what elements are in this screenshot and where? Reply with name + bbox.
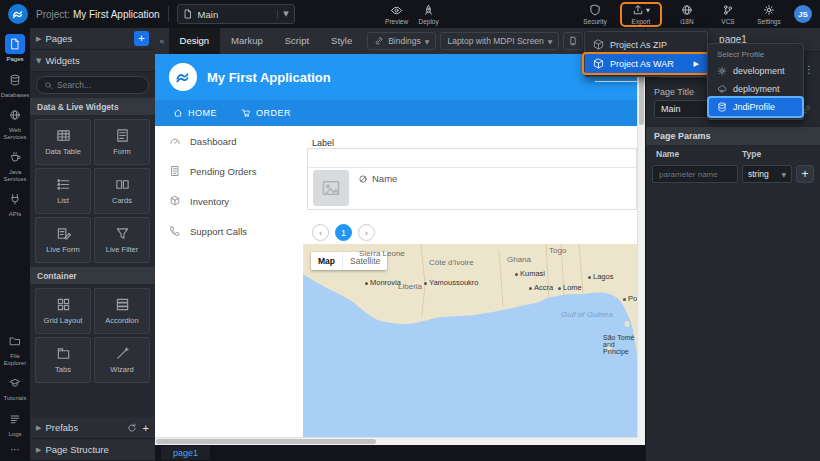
user-avatar[interactable]: JS xyxy=(794,5,812,23)
more-icon[interactable]: ⋯ xyxy=(10,444,20,457)
live-form-icon xyxy=(56,226,71,241)
app-left-menu: Dashboard Pending Orders Inventory Suppo… xyxy=(155,126,303,246)
chevron-icon: ▶ xyxy=(36,424,41,432)
profile-gear-icon xyxy=(717,66,727,76)
pagination: ‹ 1 › xyxy=(312,224,375,241)
param-name-input[interactable] xyxy=(652,165,738,183)
security-button[interactable]: Security xyxy=(579,4,611,25)
pagination-page-1[interactable]: 1 xyxy=(335,224,352,241)
bind-link-icon xyxy=(374,36,384,46)
column-name: Name xyxy=(656,149,742,159)
widget-tile-live-filter[interactable]: Live Filter xyxy=(94,217,150,263)
widget-tile-wizard[interactable]: Wizard xyxy=(94,337,150,383)
rail-item-databases[interactable]: Databases xyxy=(1,70,30,99)
add-page-button[interactable]: + xyxy=(134,31,149,46)
menu-item-inventory[interactable]: Inventory xyxy=(155,186,303,216)
widget-tile-tabs[interactable]: Tabs xyxy=(35,337,91,383)
pages-section-header[interactable]: ▶ Pages + xyxy=(30,28,155,50)
picture-placeholder xyxy=(313,170,349,206)
canvas-vertical-scrollbar[interactable] xyxy=(637,54,645,437)
scrollbar-thumb[interactable] xyxy=(156,439,376,444)
map-label-liberia: Liberia xyxy=(398,282,422,291)
wavemaker-logo-icon[interactable] xyxy=(8,4,28,24)
device-preview-dropdown[interactable]: Laptop with MDPI Screen ▼ xyxy=(440,32,559,50)
canvas-horizontal-scrollbar[interactable] xyxy=(155,437,637,445)
list-widget-panel[interactable]: Name xyxy=(307,148,637,210)
tab-style[interactable]: Style xyxy=(320,28,363,54)
menu-item-project-as-war[interactable]: Project As WAR ▶ xyxy=(585,54,707,73)
deploy-button[interactable]: Deploy xyxy=(413,4,445,25)
menu-item-pending-orders[interactable]: Pending Orders xyxy=(155,156,303,186)
rail-item-java-services[interactable]: Java Services xyxy=(1,147,30,182)
phone-icon xyxy=(568,36,578,46)
tab-script[interactable]: Script xyxy=(274,28,320,54)
page-params-section-header[interactable]: Page Params xyxy=(646,127,820,145)
package-icon xyxy=(593,58,604,69)
package-icon xyxy=(593,39,604,50)
add-prefab-button[interactable]: + xyxy=(143,422,149,434)
preview-button[interactable]: Preview xyxy=(381,4,413,25)
rail-item-apis[interactable]: APIs xyxy=(1,189,30,218)
app-nav-bar: HOME ORDER xyxy=(155,100,645,126)
widget-tile-accordion[interactable]: Accordion xyxy=(94,288,150,334)
tutorials-cap-icon xyxy=(5,373,25,393)
page-selector-dropdown[interactable]: Main ▼ xyxy=(177,4,295,24)
menu-item-dashboard[interactable]: Dashboard xyxy=(155,126,303,156)
menu-item-project-as-zip[interactable]: Project As ZIP xyxy=(585,35,707,54)
bindings-dropdown[interactable]: Bindings ▼ xyxy=(367,32,436,50)
prefabs-section-header[interactable]: ▶ Prefabs + xyxy=(30,417,155,439)
collapse-left-panel-icon[interactable]: « xyxy=(155,36,169,46)
pagination-prev-button[interactable]: ‹ xyxy=(312,224,329,241)
export-button[interactable]: ▼ Export xyxy=(625,4,657,25)
params-table-header: Name Type xyxy=(646,145,820,163)
page-icon xyxy=(183,9,193,19)
refresh-icon[interactable] xyxy=(127,423,137,433)
form-icon xyxy=(115,128,130,143)
chevron-down-icon: ▼ xyxy=(277,10,288,18)
param-type-select[interactable]: string ▼ xyxy=(742,165,792,183)
design-canvas[interactable]: My First Application Search HOME ORDER D… xyxy=(155,54,645,445)
widget-tile-form[interactable]: Form xyxy=(94,119,150,165)
rail-item-logs[interactable]: Logs xyxy=(1,409,30,438)
widget-tile-list[interactable]: List xyxy=(35,168,91,214)
widget-tile-grid-layout[interactable]: Grid Layout xyxy=(35,288,91,334)
name-field[interactable]: Name xyxy=(358,173,397,184)
rail-item-file-explorer[interactable]: File Explorer xyxy=(1,331,30,366)
page-structure-section-header[interactable]: ▶ Page Structure xyxy=(30,439,155,461)
rail-item-pages[interactable]: Pages xyxy=(1,34,30,63)
widget-tile-cards[interactable]: Cards xyxy=(94,168,150,214)
tab-markup[interactable]: Markup xyxy=(220,28,274,54)
cart-icon xyxy=(241,108,251,118)
map-button[interactable]: Map xyxy=(311,252,342,270)
add-param-button[interactable]: + xyxy=(796,165,814,183)
gear-icon xyxy=(763,4,775,16)
submenu-item-deployment[interactable]: deployment xyxy=(708,80,803,98)
app-logo-icon xyxy=(169,63,197,91)
nav-item-order[interactable]: ORDER xyxy=(241,108,291,118)
folder-icon xyxy=(5,331,25,351)
i18n-button[interactable]: i18N xyxy=(671,4,703,25)
rail-item-web-services[interactable]: Web Services xyxy=(1,105,30,140)
submenu-item-development[interactable]: development xyxy=(708,62,803,80)
settings-button[interactable]: Settings xyxy=(753,4,785,25)
vcs-button[interactable]: VCS xyxy=(712,4,744,25)
tabs-icon xyxy=(56,346,71,361)
open-page-tab[interactable]: page1 xyxy=(161,446,210,460)
label-widget[interactable]: Label xyxy=(312,138,334,148)
widget-tile-live-form[interactable]: Live Form xyxy=(35,217,91,263)
menu-item-support-calls[interactable]: Support Calls xyxy=(155,216,303,246)
chevron-down-icon: ▼ xyxy=(425,38,430,45)
widget-search-input[interactable]: Search... xyxy=(36,76,149,94)
widget-tile-data-table[interactable]: Data Table xyxy=(35,119,91,165)
database-icon xyxy=(5,70,25,90)
submenu-item-jndiprofile[interactable]: JndiProfile xyxy=(708,98,803,116)
tab-design[interactable]: Design xyxy=(169,28,221,54)
pagination-next-button[interactable]: › xyxy=(358,224,375,241)
nav-item-home[interactable]: HOME xyxy=(173,108,217,118)
map-widget[interactable]: Map Satellite Sierra Leone Côte d'Ivoire… xyxy=(303,244,637,437)
panel-more-icon[interactable]: ⋮ xyxy=(804,64,814,75)
widgets-section-header[interactable]: ▼ Widgets xyxy=(30,50,155,72)
rail-item-tutorials[interactable]: Tutorials xyxy=(1,373,30,402)
device-orientation-button[interactable] xyxy=(563,32,583,50)
deploy-rocket-icon xyxy=(422,4,435,17)
